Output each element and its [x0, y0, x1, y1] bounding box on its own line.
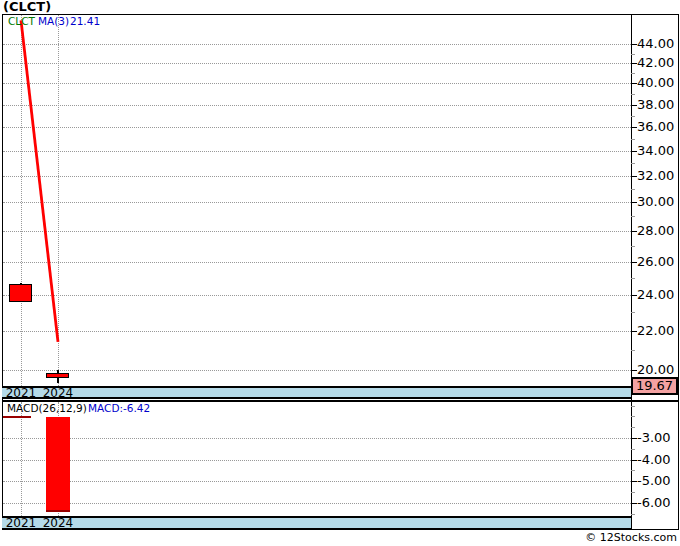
- price-axis-minor-tick: [631, 163, 635, 164]
- macd-axis-tick-label: -6.00: [637, 495, 679, 511]
- price-axis-tick-label: 36.00: [637, 119, 679, 135]
- price-gridline: [3, 202, 631, 203]
- price-gridline: [3, 151, 631, 152]
- price-axis-tick-label: 28.00: [637, 223, 679, 239]
- price-gridline: [3, 127, 631, 128]
- price-gridline: [3, 63, 631, 64]
- macd-axis-minor-tick: [631, 514, 635, 515]
- macd-gridline: [3, 460, 631, 461]
- macd-year-gridline: [21, 402, 22, 516]
- macd-axis-minor-tick: [631, 427, 635, 428]
- price-axis-minor-tick: [631, 94, 635, 95]
- price-gridline: [3, 176, 631, 177]
- macd-params-label: MACD(26,12,9): [7, 402, 87, 415]
- price-axis-minor-tick: [631, 116, 635, 117]
- macd-gridline: [3, 438, 631, 439]
- price-axis-tick-label: 24.00: [637, 287, 679, 303]
- price-axis-tick-label: 38.00: [637, 97, 679, 113]
- candle-body: [9, 284, 32, 302]
- price-axis-minor-tick: [631, 73, 635, 74]
- macd-axis-tick-label: -3.00: [637, 430, 679, 446]
- price-axis-tick-label: 30.00: [637, 194, 679, 210]
- macd-gridline: [3, 481, 631, 482]
- legend-symbol: CLCT: [8, 15, 35, 28]
- legend-ma-value: 21.41: [70, 15, 100, 28]
- macd-axis-minor-tick: [631, 492, 635, 493]
- macd-histogram-bar: [46, 417, 70, 512]
- price-gridline: [3, 262, 631, 263]
- macd-axis-minor-tick: [631, 449, 635, 450]
- candle-body: [46, 373, 69, 378]
- xaxis-year-label: 2024: [40, 518, 76, 529]
- price-axis-minor-tick: [631, 278, 635, 279]
- macd-line: [3, 416, 31, 418]
- last-price-badge: 19.67: [631, 377, 678, 395]
- price-axis-tick-label: 34.00: [637, 143, 679, 159]
- price-axis-minor-tick: [631, 216, 635, 217]
- price-axis-tick-label: 40.00: [637, 75, 679, 91]
- price-gridline: [3, 105, 631, 106]
- price-axis-minor-tick: [631, 139, 635, 140]
- price-axis-minor-tick: [631, 246, 635, 247]
- macd-axis-minor-tick: [631, 416, 635, 417]
- macd-axis-minor-tick: [631, 470, 635, 471]
- price-axis-minor-tick: [631, 189, 635, 190]
- xaxis-year-label: 2021: [3, 388, 39, 399]
- price-gridline: [3, 331, 631, 332]
- macd-axis-minor-tick: [631, 406, 635, 407]
- price-gridline: [3, 83, 631, 84]
- macd-gridline: [3, 503, 631, 504]
- price-gridline: [3, 44, 631, 45]
- price-axis-minor-tick: [631, 54, 635, 55]
- price-gridline: [3, 370, 631, 371]
- price-axis-tick-label: 44.00: [637, 36, 679, 52]
- xaxis-year-label: 2024: [40, 388, 76, 399]
- legend-ma-label: MA(3): [38, 15, 69, 28]
- macd-current-value-label: MACD:-6.42: [88, 402, 150, 415]
- price-axis-tick-label: 26.00: [637, 254, 679, 270]
- ma3-line: [0, 0, 680, 546]
- stock-chart-screenshot: (CLCT) 44.0042.0040.0038.0036.0034.0032.…: [0, 0, 680, 546]
- price-axis-tick-label: 32.00: [637, 168, 679, 184]
- price-axis-tick-label: 42.00: [637, 55, 679, 71]
- watermark-link[interactable]: © 12Stocks.com: [585, 531, 677, 545]
- price-year-gridline: [58, 15, 59, 386]
- chart-plot-area: 44.0042.0040.0038.0036.0034.0032.0030.00…: [0, 0, 680, 546]
- price-axis-minor-tick: [631, 312, 635, 313]
- price-gridline: [3, 231, 631, 232]
- price-year-gridline: [21, 15, 22, 386]
- price-axis-tick-label: 22.00: [637, 323, 679, 339]
- macd-axis-tick-label: -4.00: [637, 452, 679, 468]
- xaxis-year-label: 2021: [3, 518, 39, 529]
- price-axis-tick-label: 20.00: [637, 362, 679, 378]
- macd-axis-tick-label: -5.00: [637, 473, 679, 489]
- price-axis-minor-tick: [631, 350, 635, 351]
- price-gridline: [3, 295, 631, 296]
